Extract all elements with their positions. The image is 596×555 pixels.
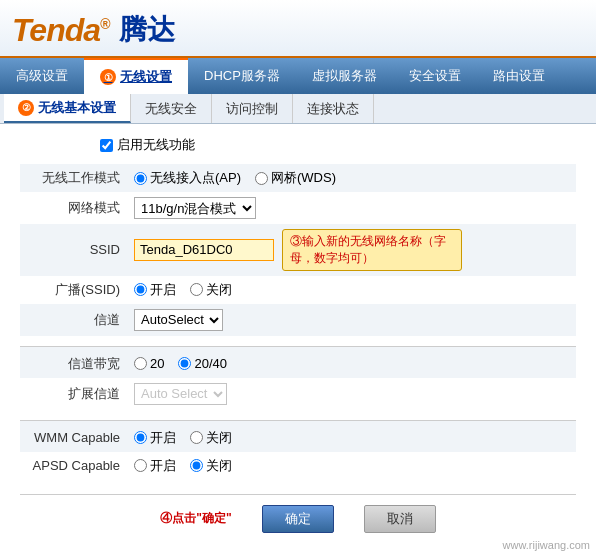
nav-item-dhcp[interactable]: DHCP服务器 [188,58,296,94]
header: Tenda® 腾达 [0,0,596,58]
ext-channel-select[interactable]: Auto Select [134,383,227,405]
settings-table: 无线工作模式 无线接入点(AP) 网桥(WDS) 网络模式 [20,164,576,480]
broadcast-row: 广播(SSID) 开启 关闭 [20,276,576,304]
logo-reg: ® [100,16,109,32]
broadcast-on-radio[interactable] [134,283,147,296]
apsd-row: APSD Capable 开启 关闭 [20,452,576,480]
content: 启用无线功能 无线工作模式 无线接入点(AP) 网桥(WDS) [0,124,596,545]
top-nav: 高级设置 ①无线设置 DHCP服务器 虚拟服务器 安全设置 路由设置 [0,58,596,94]
nav-item-advanced[interactable]: 高级设置 [0,58,84,94]
mode-wds-label[interactable]: 网桥(WDS) [255,169,336,187]
broadcast-label: 广播(SSID) [20,276,130,304]
nav-wireless-label: 无线设置 [120,68,172,86]
broadcast-on-text: 开启 [150,281,176,299]
nav-item-security[interactable]: 安全设置 [393,58,477,94]
logo-tenda-text: Tenda [12,12,100,48]
confirm-button[interactable]: 确定 [262,505,334,533]
bw-2040-label[interactable]: 20/40 [178,356,227,371]
broadcast-off-label[interactable]: 关闭 [190,281,232,299]
broadcast-on-label[interactable]: 开启 [134,281,176,299]
broadcast-off-radio[interactable] [190,283,203,296]
bw-2040-text: 20/40 [194,356,227,371]
sub-basic-label: 无线基本设置 [38,99,116,117]
wmm-on-text: 开启 [150,429,176,447]
net-mode-select[interactable]: 11b/g/n混合模式 [134,197,256,219]
ssid-row: SSID ③输入新的无线网络名称（字母，数字均可） [20,224,576,276]
nav-item-route[interactable]: 路由设置 [477,58,561,94]
bandwidth-row: 信道带宽 20 20/40 [20,346,576,378]
wmm-on-label[interactable]: 开启 [134,429,176,447]
badge-2: ② [18,100,34,116]
sub-nav-basic[interactable]: ②无线基本设置 [4,94,131,123]
logo-cn: 腾达 [119,11,175,49]
ext-channel-label: 扩展信道 [20,378,130,410]
bandwidth-label: 信道带宽 [20,346,130,378]
wireless-mode-label: 无线工作模式 [20,164,130,192]
channel-label: 信道 [20,304,130,336]
wmm-off-radio[interactable] [190,431,203,444]
apsd-off-radio[interactable] [190,459,203,472]
logo-tenda: Tenda® [12,12,109,49]
button-row: ④点击"确定" 确定 取消 [20,494,576,533]
enable-wireless-label[interactable]: 启用无线功能 [117,136,195,154]
apsd-label: APSD Capable [20,452,130,480]
sub-nav-status[interactable]: 连接状态 [293,94,374,123]
wmm-on-radio[interactable] [134,431,147,444]
apsd-on-label[interactable]: 开启 [134,457,176,475]
cancel-button[interactable]: 取消 [364,505,436,533]
wireless-mode-row: 无线工作模式 无线接入点(AP) 网桥(WDS) [20,164,576,192]
ssid-label: SSID [20,224,130,276]
mode-ap-label[interactable]: 无线接入点(AP) [134,169,241,187]
wmm-row: WMM Capable 开启 关闭 [20,420,576,452]
bw-2040-radio[interactable] [178,357,191,370]
nav-item-virtual[interactable]: 虚拟服务器 [296,58,393,94]
channel-select[interactable]: AutoSelect [134,309,223,331]
sub-nav-access[interactable]: 访问控制 [212,94,293,123]
wireless-mode-options: 无线接入点(AP) 网桥(WDS) [130,164,576,192]
wmm-off-text: 关闭 [206,429,232,447]
nav-item-wireless[interactable]: ①无线设置 [84,58,188,94]
sub-nav-security[interactable]: 无线安全 [131,94,212,123]
step4-label: ④点击"确定" [160,510,231,527]
enable-wireless-checkbox[interactable] [100,139,113,152]
sub-nav: ②无线基本设置 无线安全 访问控制 连接状态 [0,94,596,124]
apsd-on-text: 开启 [150,457,176,475]
enable-wireless-row: 启用无线功能 [100,136,576,154]
apsd-off-label[interactable]: 关闭 [190,457,232,475]
wmm-off-label[interactable]: 关闭 [190,429,232,447]
mode-ap-text: 无线接入点(AP) [150,169,241,187]
apsd-on-radio[interactable] [134,459,147,472]
apsd-off-text: 关闭 [206,457,232,475]
bw-20-radio[interactable] [134,357,147,370]
mode-ap-radio[interactable] [134,172,147,185]
watermark: www.rijiwang.com [503,539,590,545]
ssid-callout: ③输入新的无线网络名称（字母，数字均可） [282,229,462,271]
bw-20-label[interactable]: 20 [134,356,164,371]
wmm-label: WMM Capable [20,420,130,452]
mode-wds-text: 网桥(WDS) [271,169,336,187]
badge-1: ① [100,69,116,85]
net-mode-label: 网络模式 [20,192,130,224]
net-mode-row: 网络模式 11b/g/n混合模式 [20,192,576,224]
broadcast-off-text: 关闭 [206,281,232,299]
ssid-input[interactable] [134,239,274,261]
ext-channel-row: 扩展信道 Auto Select [20,378,576,410]
bw-20-text: 20 [150,356,164,371]
mode-wds-radio[interactable] [255,172,268,185]
channel-row: 信道 AutoSelect [20,304,576,336]
